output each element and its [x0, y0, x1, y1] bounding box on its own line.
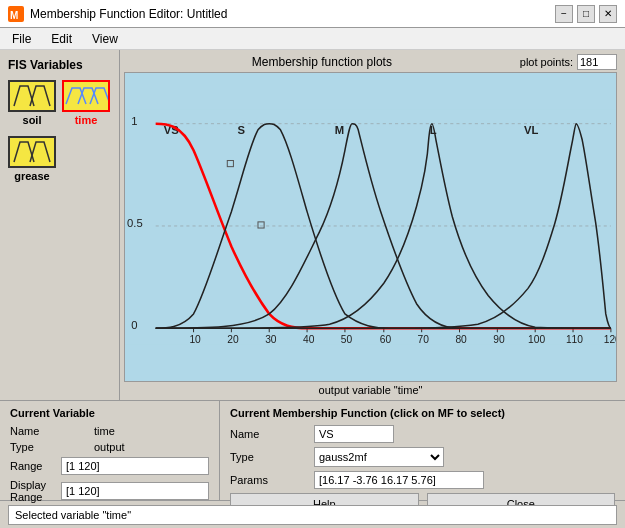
soil-icon-box [8, 80, 56, 112]
status-text: Selected variable "time" [8, 505, 617, 525]
mf-name-input[interactable] [314, 425, 394, 443]
current-mf-panel: Current Membership Function (click on MF… [220, 401, 625, 500]
title-bar-left: M Membership Function Editor: Untitled [8, 6, 227, 22]
var-row-1: soil time [8, 80, 110, 132]
current-var-title: Current Variable [10, 407, 209, 419]
grease-icon-box [8, 136, 56, 168]
svg-text:20: 20 [227, 334, 239, 345]
maximize-button[interactable]: □ [577, 5, 595, 23]
svg-text:1: 1 [131, 115, 137, 127]
time-mf-svg [64, 82, 108, 110]
title-bar: M Membership Function Editor: Untitled −… [0, 0, 625, 28]
current-variable-panel: Current Variable Name time Type output R… [0, 401, 220, 500]
matlab-icon: M [8, 6, 24, 22]
menu-edit[interactable]: Edit [47, 31, 76, 47]
svg-text:60: 60 [380, 334, 392, 345]
svg-text:70: 70 [418, 334, 430, 345]
svg-text:80: 80 [455, 334, 467, 345]
fis-var-time[interactable]: time [62, 80, 110, 126]
sidebar-title: FIS Variables [8, 58, 83, 72]
close-button[interactable]: ✕ [599, 5, 617, 23]
svg-rect-2 [125, 109, 616, 344]
svg-text:0: 0 [131, 319, 137, 331]
svg-text:120: 120 [604, 334, 616, 345]
svg-text:10: 10 [189, 334, 201, 345]
menu-file[interactable]: File [8, 31, 35, 47]
mf-name-row: Name [230, 425, 615, 443]
time-label: time [75, 114, 98, 126]
time-icon-box [62, 80, 110, 112]
var-name-label: Name [10, 425, 90, 437]
svg-text:100: 100 [528, 334, 545, 345]
main-content: FIS Variables soil [0, 50, 625, 400]
svg-text:90: 90 [493, 334, 505, 345]
mf-type-label: Type [230, 451, 310, 463]
window-controls: − □ ✕ [555, 5, 617, 23]
mf-type-select[interactable]: gauss2mf [314, 447, 444, 467]
plot-points-label: plot points: [520, 56, 573, 68]
var-range-input[interactable] [61, 457, 209, 475]
mf-params-row: Params [230, 471, 615, 489]
mf-params-input[interactable] [314, 471, 484, 489]
status-bar: Selected variable "time" [0, 500, 625, 528]
var-name-value: time [94, 425, 115, 437]
fis-variables-panel: FIS Variables soil [0, 50, 120, 400]
svg-text:VL: VL [524, 124, 539, 136]
var-displayrange-input[interactable] [61, 482, 209, 500]
mf-type-row: Type gauss2mf [230, 447, 615, 467]
mf-name-label: Name [230, 428, 310, 440]
mf-params-label: Params [230, 474, 310, 486]
svg-text:M: M [335, 124, 344, 136]
window-title: Membership Function Editor: Untitled [30, 7, 227, 21]
bottom-section: Current Variable Name time Type output R… [0, 400, 625, 500]
menu-view[interactable]: View [88, 31, 122, 47]
svg-text:40: 40 [303, 334, 315, 345]
current-mf-title: Current Membership Function (click on MF… [230, 407, 615, 419]
plot-xlabel: output variable "time" [124, 384, 617, 396]
fis-var-soil[interactable]: soil [8, 80, 56, 126]
soil-mf-svg [10, 82, 54, 110]
svg-text:M: M [10, 10, 18, 21]
menu-bar: File Edit View [0, 28, 625, 50]
plot-canvas: 1 0.5 0 10 20 30 40 50 [124, 72, 617, 382]
minimize-button[interactable]: − [555, 5, 573, 23]
var-type-label: Type [10, 441, 90, 453]
mf-plot-svg: 1 0.5 0 10 20 30 40 50 [125, 73, 616, 381]
svg-text:50: 50 [341, 334, 353, 345]
svg-text:110: 110 [566, 334, 583, 345]
var-range-row: Range [10, 457, 209, 475]
soil-label: soil [23, 114, 42, 126]
plot-points-input[interactable] [577, 54, 617, 70]
var-row-2: grease [8, 136, 56, 188]
var-name-row: Name time [10, 425, 209, 437]
var-displayrange-row: Display Range [10, 479, 209, 503]
grease-label: grease [14, 170, 49, 182]
grease-mf-svg [10, 138, 54, 166]
var-range-label: Range [10, 460, 57, 472]
var-displayrange-label: Display Range [10, 479, 57, 503]
svg-text:0.5: 0.5 [127, 217, 143, 229]
var-type-row: Type output [10, 441, 209, 453]
svg-text:S: S [238, 124, 246, 136]
fis-var-grease[interactable]: grease [8, 136, 56, 182]
var-type-value: output [94, 441, 125, 453]
plot-title: Membership function plots [124, 55, 520, 69]
plot-header: Membership function plots plot points: [124, 54, 617, 70]
svg-text:30: 30 [265, 334, 277, 345]
plot-area: Membership function plots plot points: 1… [120, 50, 625, 400]
